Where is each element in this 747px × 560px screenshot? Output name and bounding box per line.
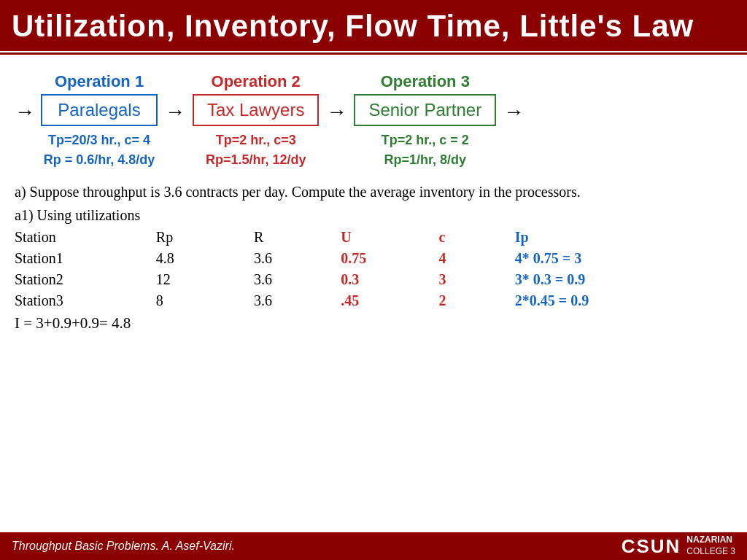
utilization-table: Station Rp R U c Ip Station1 4.8 3.6 0.7… [15,227,732,311]
cell-station3-u: .45 [341,290,438,311]
operation-1-group: Operation 1 Paralegals Tp=20/3 hr., c= 4… [41,72,158,170]
footer-citation: Throughput Basic Problems. A. Asef-Vazir… [12,540,235,553]
cell-station2-ip: 3* 0.3 = 0.9 [515,269,732,290]
table-row-station1: Station1 4.8 3.6 0.75 4 4* 0.75 = 3 [15,248,732,269]
cell-station2-rp: 12 [156,269,254,290]
cell-station1-rp: 4.8 [156,248,254,269]
op3-title: Operation 3 [381,72,470,91]
op1-title: Operation 1 [55,72,144,91]
table-row-station2: Station2 12 3.6 0.3 3 3* 0.3 = 0.9 [15,269,732,290]
op3-stats-line2: Rp=1/hr, 8/dy [384,152,466,167]
col-header-ip: Ip [515,227,732,248]
cell-station3-r: 3.6 [254,290,341,311]
cell-station1-u: 0.75 [341,248,438,269]
arrow-1-2-icon: → [165,100,185,123]
col-header-rp: Rp [156,227,254,248]
col-header-station: Station [15,227,156,248]
arrow-2-3-icon: → [326,100,347,123]
operation-2-group: Operation 2 Tax Lawyers Tp=2 hr., c=3 Rp… [193,72,319,170]
col-header-c: c [438,227,514,248]
col-header-u: U [341,227,438,248]
question-a-section: a) Suppose throughput is 3.6 contracts p… [15,182,732,203]
header: Utilization, Inventory, Flow Time, Littl… [0,0,747,51]
cell-station1-c: 4 [438,248,514,269]
cell-station3-ip: 2*0.45 = 0.9 [515,290,732,311]
cell-station2-c: 3 [438,269,514,290]
op3-stats-line1: Tp=2 hr., c = 2 [382,133,469,147]
main-content: → Operation 1 Paralegals Tp=20/3 hr., c=… [0,59,747,332]
footer-branding: CSUN NAZARIAN COLLEGE 3 [622,534,735,557]
college-info: NAZARIAN COLLEGE 3 [686,534,735,557]
cell-station2-name: Station2 [15,269,156,290]
operation-3-group: Operation 3 Senior Partner Tp=2 hr., c =… [354,72,496,170]
op1-box: Paralegals [41,94,158,126]
divider [0,52,747,55]
table-row-station3: Station3 8 3.6 .45 2 2*0.45 = 0.9 [15,290,732,311]
op3-box: Senior Partner [354,94,496,126]
cell-station3-c: 2 [438,290,514,311]
cell-station2-u: 0.3 [341,269,438,290]
cell-station3-rp: 8 [156,290,254,311]
table-header-row: Station Rp R U c Ip [15,227,732,248]
col-header-r: R [254,227,341,248]
college-suffix: COLLEGE 3 [686,546,735,558]
question-a-text: a) Suppose throughput is 3.6 contracts p… [15,182,732,203]
op3-stats: Tp=2 hr., c = 2 Rp=1/hr, 8/dy [382,131,469,170]
question-a1-label: a1) Using utilizations [15,207,732,224]
op2-stats: Tp=2 hr., c=3 Rp=1.5/hr, 12/dy [206,131,306,170]
op2-box: Tax Lawyers [193,94,319,126]
cell-station1-r: 3.6 [254,248,341,269]
college-name: NAZARIAN [686,534,735,546]
operations-row: → Operation 1 Paralegals Tp=20/3 hr., c=… [15,68,732,174]
cell-station2-r: 3.6 [254,269,341,290]
op1-stats-line2: Rp = 0.6/hr, 4.8/dy [44,152,155,167]
cell-station1-name: Station1 [15,248,156,269]
op2-stats-line2: Rp=1.5/hr, 12/dy [206,152,306,167]
csun-logo-text: CSUN [622,535,681,558]
op2-title: Operation 2 [212,72,301,91]
cell-station1-ip: 4* 0.75 = 3 [515,248,732,269]
cell-station3-name: Station3 [15,290,156,311]
op1-stats-line1: Tp=20/3 hr., c= 4 [48,133,150,147]
arrow-out-icon: → [503,100,524,123]
footer: Throughput Basic Problems. A. Asef-Vazir… [0,532,747,560]
op2-stats-line1: Tp=2 hr., c=3 [216,133,296,147]
arrow-in-icon: → [15,100,35,123]
op1-stats: Tp=20/3 hr., c= 4 Rp = 0.6/hr, 4.8/dy [44,131,155,170]
question-a1-section: a1) Using utilizations [15,207,732,224]
page-title: Utilization, Inventory, Flow Time, Littl… [12,9,694,43]
total-inventory: I = 3+0.9+0.9= 4.8 [15,314,732,332]
